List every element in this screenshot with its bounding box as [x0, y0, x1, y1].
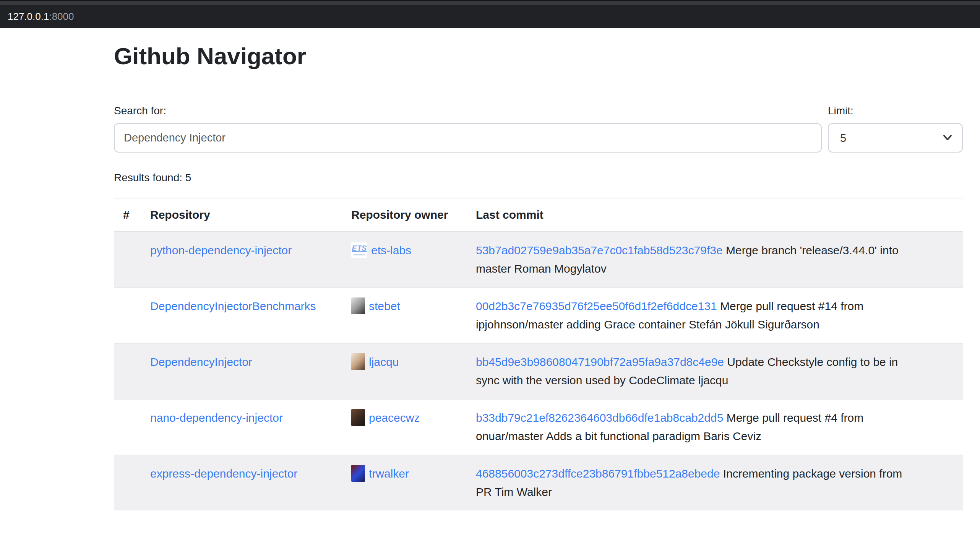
search-controls: Search for: Limit: 5	[114, 105, 963, 153]
limit-label: Limit:	[828, 105, 963, 117]
owner-link[interactable]: ljacqu	[369, 356, 399, 368]
commit-hash-link[interactable]: 00d2b3c7e76935d76f25ee50f6d1f2ef6ddce131	[476, 300, 717, 312]
owner-link[interactable]: stebet	[369, 300, 400, 312]
results-table: #RepositoryRepository ownerLast commit p…	[114, 198, 963, 510]
repository-cell: python-dependency-injector	[141, 232, 342, 288]
commit-author: Tim Walker	[495, 486, 552, 498]
owner-avatar	[351, 465, 365, 482]
table-header-row: #RepositoryRepository ownerLast commit	[114, 198, 963, 232]
owner-avatar: ETS	[351, 242, 367, 258]
table-row: python-dependency-injectorETSets-labs53b…	[114, 232, 963, 288]
repository-cell: DependencyInjector	[141, 343, 342, 399]
owner-avatar	[351, 409, 365, 426]
commit-cell: b33db79c21ef8262364603db66dfe1ab8cab2dd5…	[467, 399, 963, 455]
row-index-cell	[114, 343, 141, 399]
owner-cell: ETSets-labs	[342, 232, 467, 288]
repository-link[interactable]: DependencyInjectorBenchmarks	[150, 300, 316, 312]
commit-hash-link[interactable]: 53b7ad02759e9ab35a7e7c0c1fab58d523c79f3e	[476, 244, 723, 257]
row-index-cell	[114, 399, 141, 455]
commit-cell: 468856003c273dffce23b86791fbbe512a8ebede…	[467, 455, 963, 510]
row-index-cell	[114, 232, 141, 288]
url-port: :8000	[49, 11, 74, 23]
row-index-cell	[114, 288, 141, 343]
table-row: express-dependency-injectortrwalker46885…	[114, 455, 963, 510]
owner-avatar	[351, 297, 365, 314]
column-header-repository: Repository	[141, 198, 342, 232]
limit-select[interactable]: 5	[828, 123, 963, 153]
page-content: Github Navigator Search for: Limit: 5 Re…	[0, 42, 980, 510]
owner-cell: stebet	[342, 288, 467, 343]
results-table-body: python-dependency-injectorETSets-labs53b…	[114, 232, 963, 510]
repository-link[interactable]: express-dependency-injector	[150, 467, 297, 480]
owner-cell: trwalker	[342, 455, 467, 510]
table-row: nano-dependency-injectorpeacecwzb33db79c…	[114, 399, 963, 455]
repository-link[interactable]: python-dependency-injector	[150, 244, 292, 257]
repository-link[interactable]: DependencyInjector	[150, 356, 252, 368]
repository-cell: DependencyInjectorBenchmarks	[141, 288, 342, 343]
commit-hash-link[interactable]: 468856003c273dffce23b86791fbbe512a8ebede	[476, 467, 720, 480]
owner-link[interactable]: peacecwz	[369, 411, 420, 424]
commit-hash-link[interactable]: bb45d9e3b98608047190bf72a95fa9a37d8c4e9e	[476, 356, 724, 368]
commit-cell: 00d2b3c7e76935d76f25ee50f6d1f2ef6ddce131…	[467, 288, 963, 343]
results-summary: Results found: 5	[114, 172, 963, 184]
browser-tab-strip	[0, 0, 980, 5]
column-header-repository-owner: Repository owner	[342, 198, 467, 232]
search-input[interactable]	[114, 123, 822, 153]
url-host: 127.0.0.1	[8, 11, 49, 23]
limit-group: Limit: 5	[828, 105, 963, 153]
repository-link[interactable]: nano-dependency-injector	[150, 411, 283, 424]
url-bar[interactable]: 127.0.0.1:8000	[0, 5, 980, 28]
owner-avatar	[351, 353, 365, 370]
repository-cell: express-dependency-injector	[141, 455, 342, 510]
table-row: DependencyInjectorljacqubb45d9e3b9860804…	[114, 343, 963, 399]
commit-author: ljacqu	[698, 374, 728, 387]
column-header-last-commit: Last commit	[467, 198, 963, 232]
commit-author: Stefán Jökull Sigurðarson	[689, 318, 819, 331]
column-header-index: #	[114, 198, 141, 232]
search-group: Search for:	[114, 105, 822, 153]
owner-cell: peacecwz	[342, 399, 467, 455]
commit-author: Baris Ceviz	[703, 430, 761, 442]
owner-link[interactable]: ets-labs	[371, 244, 411, 257]
page-title: Github Navigator	[114, 42, 963, 70]
repository-cell: nano-dependency-injector	[141, 399, 342, 455]
table-row: DependencyInjectorBenchmarksstebet00d2b3…	[114, 288, 963, 343]
commit-cell: 53b7ad02759e9ab35a7e7c0c1fab58d523c79f3e…	[467, 232, 963, 288]
commit-author: Roman Mogylatov	[514, 262, 607, 275]
commit-cell: bb45d9e3b98608047190bf72a95fa9a37d8c4e9e…	[467, 343, 963, 399]
owner-link[interactable]: trwalker	[369, 467, 409, 480]
commit-hash-link[interactable]: b33db79c21ef8262364603db66dfe1ab8cab2dd5	[476, 411, 723, 424]
browser-address-bar: 127.0.0.1:8000	[0, 0, 980, 28]
avatar-logo-subline	[354, 254, 365, 255]
row-index-cell	[114, 455, 141, 510]
search-label: Search for:	[114, 105, 822, 117]
owner-cell: ljacqu	[342, 343, 467, 399]
